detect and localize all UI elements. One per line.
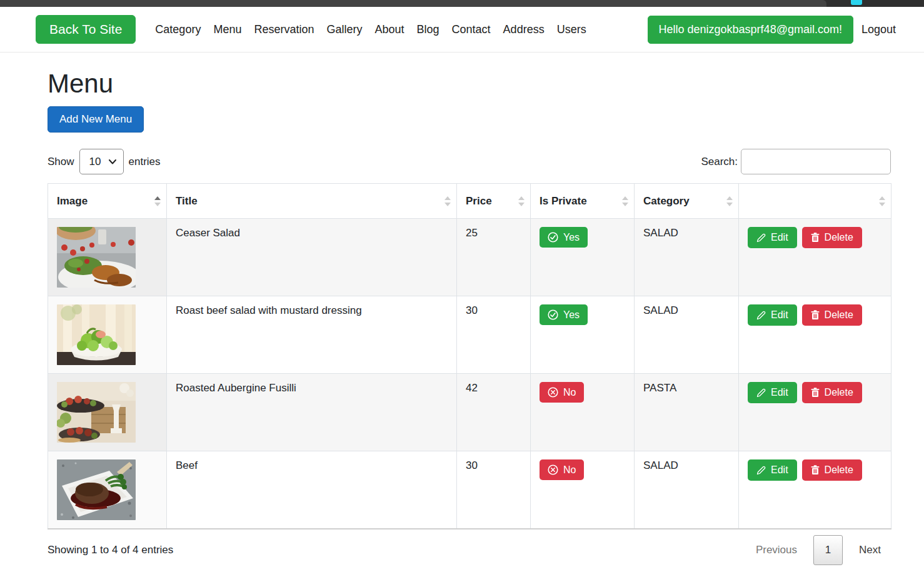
actions-cell: Edit Delete: [739, 296, 891, 374]
nav-link-blog[interactable]: Blog: [411, 18, 446, 41]
entries-label: entries: [129, 156, 161, 168]
title-cell: Roasted Aubergine Fusilli: [167, 374, 457, 451]
price-cell: 42: [457, 374, 531, 451]
edit-button[interactable]: Edit: [748, 304, 797, 326]
column-header-image[interactable]: Image: [48, 184, 167, 219]
pencil-icon: [756, 311, 766, 320]
title-cell: Beef: [167, 451, 457, 529]
nav-link-gallery[interactable]: Gallery: [320, 18, 368, 41]
show-label: Show: [48, 156, 74, 168]
delete-button[interactable]: Delete: [802, 227, 862, 248]
sort-icons: [154, 196, 161, 206]
menu-item-image: [57, 459, 136, 520]
menu-table: Image Title Price Is Private Category: [48, 183, 891, 529]
nav-link-address[interactable]: Address: [497, 18, 551, 41]
category-cell: SALAD: [635, 219, 739, 296]
pencil-icon: [756, 233, 766, 243]
search-label: Search:: [701, 156, 738, 168]
browser-top-strip: [0, 0, 924, 7]
delete-label: Delete: [825, 388, 853, 398]
nav-link-about[interactable]: About: [368, 18, 410, 41]
table-footer: Showing 1 to 4 of 4 entries Previous 1 N…: [48, 535, 891, 565]
pagination-page-1[interactable]: 1: [813, 535, 843, 565]
nav-link-category[interactable]: Category: [149, 18, 207, 41]
edit-label: Edit: [771, 388, 788, 398]
actions-cell: Edit Delete: [739, 374, 891, 451]
image-cell: [48, 451, 167, 529]
price-cell: 30: [457, 451, 531, 529]
sort-icons: [726, 196, 733, 206]
price-cell: 30: [457, 296, 531, 374]
is-private-cell: No: [531, 451, 635, 529]
title-cell: Ceaser Salad: [167, 219, 457, 296]
top-strip-accent: [851, 0, 862, 5]
user-greeting-button[interactable]: Hello denizgokbasprf48@gmail.com!: [648, 16, 853, 44]
entries-select[interactable]: 10: [79, 149, 124, 174]
delete-button[interactable]: Delete: [802, 304, 862, 326]
sort-icons: [622, 196, 628, 206]
table-header-row: Image Title Price Is Private Category: [48, 184, 891, 219]
menu-item-image: [57, 382, 136, 443]
sort-icons: [518, 196, 525, 206]
browser-tab-shape: [0, 0, 826, 7]
is-private-badge: Yes: [540, 304, 588, 325]
add-new-menu-button[interactable]: Add New Menu: [48, 106, 144, 133]
sort-icons: [444, 196, 451, 206]
table-row: Beef 30 No SALAD Edit: [48, 451, 891, 529]
is-private-cell: No: [531, 374, 635, 451]
edit-button[interactable]: Edit: [748, 459, 797, 481]
column-header-price[interactable]: Price: [457, 184, 531, 219]
trash-icon: [811, 465, 820, 475]
category-cell: SALAD: [635, 451, 739, 529]
table-row: Roast beef salad with mustard dressing 3…: [48, 296, 891, 374]
column-header-label: Category: [643, 195, 690, 207]
search-wrap: Search:: [701, 149, 891, 174]
table-controls: Show 10 entries Search:: [48, 149, 891, 174]
delete-label: Delete: [825, 233, 853, 243]
column-header-title[interactable]: Title: [167, 184, 457, 219]
column-header-label: Title: [176, 195, 198, 207]
is-private-cell: Yes: [531, 296, 635, 374]
x-circle-icon: [548, 464, 558, 475]
is-private-badge: No: [540, 459, 584, 480]
pagination: Previous 1 Next: [746, 535, 891, 565]
menu-item-image: [57, 304, 136, 365]
pencil-icon: [756, 388, 766, 398]
entries-select-value: 10: [89, 156, 101, 168]
is-private-cell: Yes: [531, 219, 635, 296]
actions-cell: Edit Delete: [739, 451, 891, 529]
is-private-badge: Yes: [540, 227, 588, 248]
page-title: Menu: [48, 69, 891, 99]
main-content: Menu Add New Menu Show 10 entries Search…: [0, 69, 924, 565]
back-to-site-button[interactable]: Back To Site: [36, 15, 136, 44]
nav-link-reservation[interactable]: Reservation: [248, 18, 320, 41]
search-input[interactable]: [741, 149, 891, 174]
sort-icons: [879, 196, 885, 206]
delete-button[interactable]: Delete: [802, 382, 862, 403]
edit-button[interactable]: Edit: [748, 227, 797, 248]
nav-links: Category Menu Reservation Gallery About …: [149, 18, 592, 41]
category-cell: PASTA: [635, 374, 739, 451]
image-cell: [48, 296, 167, 374]
pagination-next[interactable]: Next: [849, 536, 891, 564]
pencil-icon: [756, 466, 766, 475]
nav-link-users[interactable]: Users: [551, 18, 593, 41]
image-cell: [48, 374, 167, 451]
table-info: Showing 1 to 4 of 4 entries: [48, 544, 173, 556]
nav-link-contact[interactable]: Contact: [446, 18, 497, 41]
trash-icon: [811, 310, 820, 320]
check-circle-icon: [548, 232, 558, 243]
edit-button[interactable]: Edit: [748, 382, 797, 403]
column-header-label: Price: [466, 195, 492, 207]
is-private-label: No: [563, 465, 576, 475]
pagination-previous[interactable]: Previous: [746, 536, 807, 564]
price-cell: 25: [457, 219, 531, 296]
delete-label: Delete: [825, 465, 853, 475]
column-header-actions[interactable]: [739, 184, 891, 219]
is-private-label: Yes: [563, 233, 580, 243]
logout-link[interactable]: Logout: [853, 18, 896, 41]
nav-link-menu[interactable]: Menu: [207, 18, 248, 41]
delete-button[interactable]: Delete: [802, 459, 862, 481]
column-header-category[interactable]: Category: [635, 184, 739, 219]
column-header-is-private[interactable]: Is Private: [531, 184, 635, 219]
